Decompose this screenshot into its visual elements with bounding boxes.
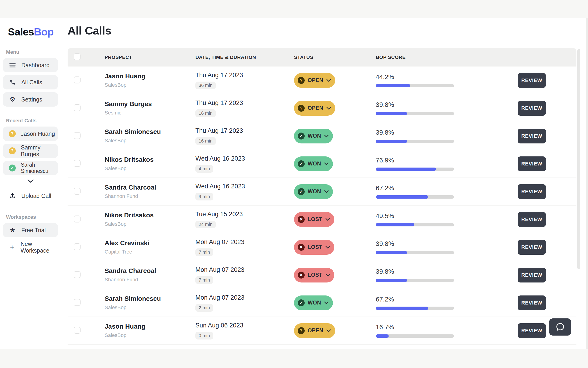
bop-score-value: 67.2% bbox=[376, 184, 518, 192]
review-button[interactable]: REVIEW bbox=[518, 184, 546, 199]
review-button[interactable]: REVIEW bbox=[518, 156, 546, 171]
review-button[interactable]: REVIEW bbox=[518, 240, 546, 255]
app-logo: SalesBop bbox=[8, 26, 61, 38]
call-date: Thu Aug 17 2023 bbox=[195, 72, 294, 79]
status-dropdown[interactable]: ✓WON bbox=[294, 129, 333, 143]
review-button[interactable]: REVIEW bbox=[518, 129, 546, 143]
call-duration: 24 min bbox=[195, 221, 216, 228]
logo-text-sales: Sales bbox=[8, 26, 34, 38]
prospect-company: SalesBop bbox=[105, 221, 195, 227]
prospect-company: SalesBop bbox=[105, 82, 195, 88]
check-icon: ✓ bbox=[298, 133, 305, 139]
prospect-name: Sandra Charcoal bbox=[105, 184, 195, 191]
status-dropdown[interactable]: ✓WON bbox=[294, 295, 333, 310]
check-icon: ✓ bbox=[298, 188, 305, 195]
table-row: Sandra CharcoalShannon Fund Wed Aug 16 2… bbox=[68, 178, 576, 206]
review-button[interactable]: REVIEW bbox=[518, 323, 546, 338]
status-open-icon: ? bbox=[9, 130, 16, 137]
sidebar-item-dashboard[interactable]: Dashboard bbox=[3, 58, 58, 72]
review-button[interactable]: REVIEW bbox=[518, 101, 546, 116]
row-checkbox[interactable] bbox=[74, 76, 80, 83]
table-scrollbar-thumb[interactable] bbox=[577, 49, 580, 269]
row-checkbox[interactable] bbox=[74, 104, 80, 111]
phone-icon bbox=[9, 79, 16, 85]
expand-recent-calls-button[interactable] bbox=[0, 179, 61, 183]
bop-score-value: 44.2% bbox=[376, 73, 518, 81]
table-row: Jason HuangSalesBop Thu Aug 17 202336 mi… bbox=[68, 66, 576, 94]
prospect-company: SalesBop bbox=[105, 332, 195, 338]
column-header-date: DATE, TIME & DURATION bbox=[195, 55, 294, 60]
gear-icon: ⚙ bbox=[9, 96, 16, 103]
call-date: Mon Aug 07 2023 bbox=[195, 239, 294, 246]
status-dropdown[interactable]: ✓WON bbox=[294, 184, 333, 199]
prospect-company: Shannon Fund bbox=[105, 277, 195, 283]
sidebar-recent-call[interactable]: ? Jason Huang bbox=[3, 127, 58, 141]
status-label: WON bbox=[308, 188, 321, 195]
table-row: Jason HuangSalesBop Sun Aug 06 20230 min… bbox=[68, 317, 576, 345]
sidebar-recent-call[interactable]: ? Sammy Burges bbox=[3, 144, 58, 158]
row-checkbox[interactable] bbox=[74, 132, 80, 139]
new-workspace-label: New Workspace bbox=[21, 240, 58, 254]
chevron-down-icon bbox=[325, 274, 330, 276]
call-duration: 16 min bbox=[195, 109, 216, 117]
select-all-checkbox[interactable] bbox=[74, 53, 80, 60]
status-dropdown[interactable]: ✕LOST bbox=[294, 268, 334, 283]
call-date: Sun Aug 06 2023 bbox=[195, 322, 294, 329]
prospect-company: Capital Tree bbox=[105, 249, 195, 255]
bop-score-value: 67.2% bbox=[376, 296, 518, 303]
bottom-margin-strip bbox=[0, 349, 588, 368]
bop-score-bar-fill bbox=[376, 251, 407, 254]
bop-score-bar bbox=[376, 279, 454, 282]
review-button[interactable]: REVIEW bbox=[518, 268, 546, 283]
chevron-down-icon bbox=[324, 302, 329, 304]
chevron-down-icon bbox=[326, 107, 331, 110]
call-date: Thu Aug 17 2023 bbox=[195, 99, 294, 107]
review-button[interactable]: REVIEW bbox=[518, 212, 546, 227]
prospect-name: Sandra Charcoal bbox=[105, 267, 195, 275]
sidebar-item-all-calls[interactable]: All Calls bbox=[3, 75, 58, 90]
chevron-down-icon bbox=[324, 135, 329, 138]
bop-score-bar bbox=[376, 223, 454, 226]
recent-call-label: Sarah Simionescu bbox=[21, 162, 58, 174]
upload-call-button[interactable]: Upload Call bbox=[3, 189, 58, 203]
call-duration: 16 min bbox=[195, 137, 216, 145]
new-workspace-button[interactable]: + New Workspace bbox=[3, 240, 58, 254]
bop-score-bar-fill bbox=[376, 279, 407, 282]
row-checkbox[interactable] bbox=[74, 327, 80, 334]
sidebar-item-settings[interactable]: ⚙ Settings bbox=[3, 92, 58, 107]
sidebar-item-label: Settings bbox=[21, 96, 42, 103]
call-duration: 7 min bbox=[195, 248, 213, 256]
sidebar-recent-call[interactable]: ✓ Sarah Simionescu bbox=[3, 161, 58, 175]
status-dropdown[interactable]: ✕LOST bbox=[294, 240, 334, 255]
prospect-name: Sarah Simionescu bbox=[105, 128, 195, 136]
status-dropdown[interactable]: ?OPEN bbox=[294, 73, 335, 88]
status-dropdown[interactable]: ✓WON bbox=[294, 156, 333, 171]
prospect-name: Alex Crevinski bbox=[105, 239, 195, 247]
upload-icon bbox=[9, 193, 16, 199]
row-checkbox[interactable] bbox=[74, 243, 80, 250]
bop-score-value: 39.8% bbox=[376, 268, 518, 275]
chat-widget-button[interactable] bbox=[549, 318, 571, 336]
chat-bubble-icon bbox=[555, 322, 565, 332]
sidebar-workspace-free-trial[interactable]: ★ Free Trial bbox=[3, 223, 58, 237]
table-row: Nikos DritsakosSalesBop Tue Aug 15 20232… bbox=[68, 206, 576, 233]
row-checkbox[interactable] bbox=[74, 215, 80, 222]
prospect-company: SalesBop bbox=[105, 304, 195, 311]
page-scrollbar[interactable] bbox=[586, 18, 588, 349]
status-label: LOST bbox=[308, 216, 323, 222]
status-dropdown[interactable]: ?OPEN bbox=[294, 323, 335, 338]
prospect-name: Jason Huang bbox=[105, 323, 195, 330]
review-button[interactable]: REVIEW bbox=[518, 295, 546, 310]
row-checkbox[interactable] bbox=[74, 299, 80, 306]
page-title: All Calls bbox=[68, 24, 111, 37]
x-icon: ✕ bbox=[298, 244, 305, 251]
status-dropdown[interactable]: ✕LOST bbox=[294, 212, 334, 227]
row-checkbox[interactable] bbox=[74, 188, 80, 195]
bop-score-bar-fill bbox=[376, 84, 410, 87]
status-dropdown[interactable]: ?OPEN bbox=[294, 101, 335, 116]
review-button[interactable]: REVIEW bbox=[518, 73, 546, 88]
row-checkbox[interactable] bbox=[74, 271, 80, 278]
row-checkbox[interactable] bbox=[74, 160, 80, 167]
bop-score-bar-fill bbox=[376, 223, 414, 226]
table-row: Sandra CharcoalShannon Fund Mon Aug 07 2… bbox=[68, 261, 576, 289]
